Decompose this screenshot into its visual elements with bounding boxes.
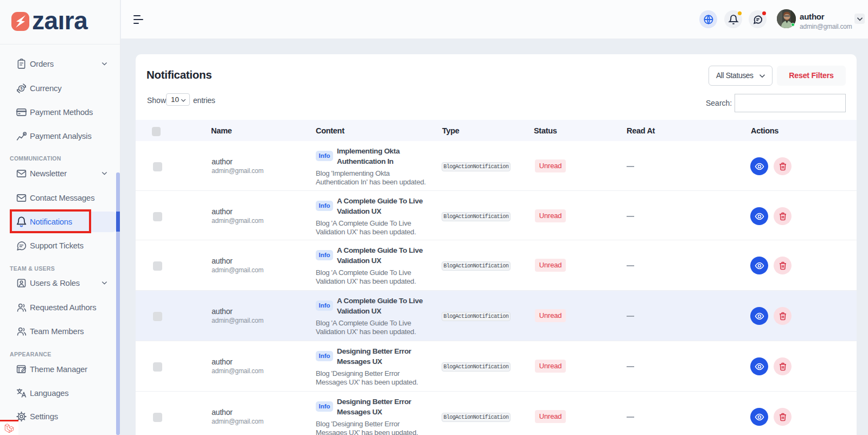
svg-text:$: $ bbox=[20, 86, 23, 91]
